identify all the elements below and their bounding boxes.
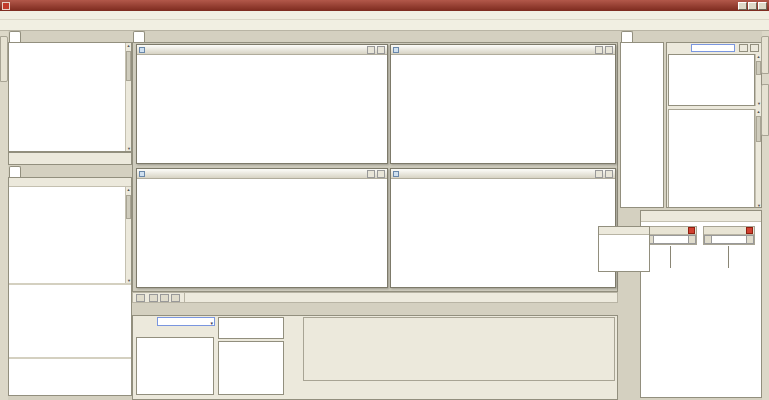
sources-table xyxy=(9,359,131,396)
operation-panel xyxy=(598,226,650,272)
ivsweep-filter-toolbar xyxy=(9,178,131,187)
restore-button[interactable] xyxy=(367,170,375,178)
workspace-tree-panel: ▲▼ xyxy=(8,42,132,152)
projects-vertical-tab[interactable] xyxy=(0,36,8,82)
add-filter-button[interactable] xyxy=(739,44,748,52)
category-list xyxy=(668,54,755,106)
plot-window-icon xyxy=(139,171,145,177)
zoom-in-button[interactable] xyxy=(160,294,169,302)
ivsweep-panel: ▲▼ xyxy=(8,177,132,396)
page-navigation-bar xyxy=(132,292,618,303)
ivsweep-table xyxy=(9,187,125,283)
next-page-button[interactable] xyxy=(149,294,158,302)
plot-window-titlebar[interactable] xyxy=(391,45,615,55)
minimize-button[interactable] xyxy=(738,2,747,10)
chart-id-vs-vgs[interactable] xyxy=(391,55,617,164)
maximize-button[interactable] xyxy=(748,2,757,10)
workspace-tabrow xyxy=(9,31,21,42)
remove-filter-button[interactable] xyxy=(750,44,759,52)
restore-button[interactable] xyxy=(595,46,603,54)
u0-slider[interactable] xyxy=(728,246,729,268)
main-toolbar xyxy=(0,20,769,31)
plot-window-vtlin-l xyxy=(390,168,616,288)
knob-close-icon[interactable] xyxy=(746,227,753,234)
plot-window-icon xyxy=(393,171,399,177)
knob-value[interactable] xyxy=(654,235,688,244)
workspace-tree xyxy=(10,44,124,150)
plot-window-icon xyxy=(393,47,399,53)
increment-button[interactable] xyxy=(746,235,754,244)
plot-window-titlebar[interactable] xyxy=(137,169,387,179)
chart-vtlin-vs-l[interactable] xyxy=(391,179,617,288)
vth0-slider[interactable] xyxy=(670,246,671,268)
tuner-toolbar xyxy=(641,211,761,222)
window-titlebar[interactable] xyxy=(0,0,769,11)
knob-u0 xyxy=(703,226,755,245)
prev-page-button[interactable] xyxy=(136,294,145,302)
trendview-tabrow xyxy=(133,31,145,42)
plot-window-cgg-vgs xyxy=(136,44,388,164)
viewsweep-vertical-tab[interactable] xyxy=(761,84,769,136)
chart-vtlin-vs-w[interactable] xyxy=(137,179,389,288)
tab-workspace[interactable] xyxy=(9,31,21,42)
knob-vth0 xyxy=(645,226,697,245)
workspace-footer-toolbar xyxy=(8,152,132,165)
group-list xyxy=(218,317,284,339)
workspace-tree-scrollbar[interactable]: ▲▼ xyxy=(125,43,131,151)
knob-close-icon[interactable] xyxy=(688,227,695,234)
style-dropdown[interactable] xyxy=(157,317,215,326)
operation-label xyxy=(599,227,649,235)
parameter-table xyxy=(668,109,755,208)
plot-window-titlebar[interactable] xyxy=(391,169,615,179)
plot-window-icon xyxy=(139,47,145,53)
tab-trends[interactable] xyxy=(621,31,633,42)
increment-button[interactable] xyxy=(688,235,696,244)
restore-button[interactable] xyxy=(367,46,375,54)
source-list xyxy=(136,337,214,395)
tab-ivsweep[interactable] xyxy=(9,166,21,177)
trends-tabrow xyxy=(621,31,633,42)
tuner-panel xyxy=(640,210,762,398)
restore-button[interactable] xyxy=(595,170,603,178)
plot-window-id-vgs xyxy=(390,44,616,164)
tab-trend-view[interactable] xyxy=(133,31,145,42)
application-window: ▲▼ ▲▼ xyxy=(0,0,769,400)
search-input[interactable] xyxy=(691,44,735,52)
plot-window-titlebar[interactable] xyxy=(137,45,387,55)
app-icon xyxy=(2,2,10,10)
close-button[interactable] xyxy=(377,46,385,54)
decrement-button[interactable] xyxy=(704,235,712,244)
pages-table xyxy=(9,285,131,359)
error-table xyxy=(303,317,615,381)
trends-tree-panel xyxy=(620,42,664,208)
par-monitor-panel xyxy=(132,315,618,400)
close-button[interactable] xyxy=(758,2,767,10)
close-button[interactable] xyxy=(605,46,613,54)
ivsweep-table-scrollbar[interactable]: ▲▼ xyxy=(125,187,131,283)
siglist-vertical-tab[interactable] xyxy=(761,36,769,74)
ivsweep-tabrow xyxy=(9,166,21,177)
zoom-out-button[interactable] xyxy=(171,294,180,302)
quantity-list xyxy=(218,341,284,395)
close-button[interactable] xyxy=(377,170,385,178)
close-button[interactable] xyxy=(605,170,613,178)
trends-tree xyxy=(622,44,662,206)
menubar xyxy=(0,11,769,20)
left-dock-strip xyxy=(0,31,8,400)
chart-cgg-vs-vgs[interactable] xyxy=(137,55,389,164)
parameter-browser-panel: ▲▼ ▲▼ xyxy=(666,42,762,208)
knob-value[interactable] xyxy=(712,235,746,244)
plot-window-vtlin-w xyxy=(136,168,388,288)
